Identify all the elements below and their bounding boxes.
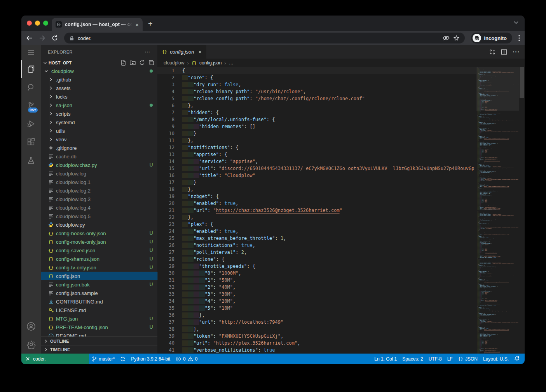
timeline-section[interactable]: TIMELINE [41, 345, 157, 354]
keyboard-layout[interactable]: Layout: U.S. [480, 354, 511, 364]
outline-section[interactable]: OUTLINE [41, 336, 157, 345]
language-mode[interactable]: {} JSON [455, 354, 480, 364]
tree-item[interactable]: CONTRIBUTING.md [41, 297, 157, 306]
tree-item[interactable]: {}config-tv-only.jsonU [41, 263, 157, 272]
tree-item[interactable]: cloudplow.log.1 [41, 178, 157, 186]
reload-button[interactable] [52, 35, 58, 41]
indentation-setting[interactable]: Spaces: 2 [399, 354, 426, 364]
close-window-button[interactable] [27, 21, 32, 26]
browser-menu-icon[interactable] [518, 35, 520, 41]
breadcrumbs[interactable]: cloudplow › {} config.json › … [157, 59, 525, 67]
tree-item[interactable]: cloudplow.log.4 [41, 203, 157, 212]
tree-item[interactable]: {}config-movie-only.jsonU [41, 238, 157, 246]
problems-status[interactable]: 0 0 [173, 354, 200, 364]
editor-tab-config-json[interactable]: {} config.json × [157, 45, 206, 59]
sidebar-more-actions-icon[interactable]: ··· [145, 50, 150, 54]
zoom-window-button[interactable] [43, 21, 48, 26]
minimize-window-button[interactable] [35, 21, 40, 26]
tab-search-chevron-icon[interactable] [514, 21, 518, 24]
tree-item[interactable]: {}MTG.jsonU [41, 314, 157, 323]
collapse-all-icon[interactable] [148, 60, 154, 66]
eye-blocked-icon[interactable] [443, 35, 450, 41]
tree-item[interactable]: sa-json [41, 101, 157, 109]
tree-item[interactable]: scripts [41, 109, 157, 118]
tree-item[interactable]: {}config-shamus.jsonU [41, 255, 157, 263]
back-button[interactable] [26, 35, 33, 41]
tree-item[interactable]: cloudplow.chaz.pyU [41, 161, 157, 169]
code-line: 39 "token": "PXNNXUEfYSCkUspGiiXj", [157, 333, 476, 340]
search-icon[interactable] [21, 78, 41, 96]
browser-tab[interactable]: config.json — host_opt — code × [52, 18, 143, 31]
bookmark-star-icon[interactable] [454, 35, 459, 41]
split-editor-icon[interactable] [501, 49, 507, 55]
tree-item[interactable]: assets [41, 84, 157, 92]
account-icon[interactable] [21, 317, 41, 335]
git-branch-status[interactable]: master* [89, 354, 117, 364]
notifications-bell-icon[interactable] [511, 354, 522, 364]
minimap[interactable]: { "core": { "dry_run": false, "rclone_bi… [476, 67, 519, 354]
new-file-icon[interactable] [120, 60, 126, 66]
git-changes-dot-badge [149, 68, 154, 74]
code-editor[interactable]: 1{2 "core": {3 "dry_run": false,4 "rclon… [157, 67, 476, 354]
tree-item[interactable]: cloudplow.log.2 [41, 186, 157, 195]
tree-item[interactable]: {}config-books-only.jsonU [41, 229, 157, 238]
explorer-view-icon[interactable] [21, 60, 41, 78]
close-icon[interactable]: × [198, 49, 201, 55]
tree-item[interactable]: .github [41, 75, 157, 84]
tree-item[interactable]: systemd [41, 118, 157, 127]
tree-item[interactable]: {}config-saved.jsonU [41, 246, 157, 255]
settings-gear-icon[interactable] [21, 335, 41, 354]
line-number: 33 [157, 291, 174, 298]
testing-flask-icon[interactable] [21, 151, 41, 169]
breadcrumb-folder[interactable]: cloudplow [164, 60, 184, 66]
tree-item[interactable]: utils [41, 127, 157, 135]
run-debug-icon[interactable] [21, 114, 41, 133]
tree-item[interactable]: venv [41, 135, 157, 144]
new-folder-icon[interactable] [130, 60, 136, 66]
source-control-icon[interactable]: 9K+ [21, 96, 41, 114]
forward-button[interactable] [39, 35, 45, 41]
cursor-position[interactable]: Ln 1, Col 1 [372, 354, 399, 364]
refresh-icon[interactable] [139, 60, 145, 66]
breadcrumb-file[interactable]: config.json [199, 60, 222, 66]
open-changes-icon[interactable] [489, 49, 495, 55]
tree-item[interactable]: config.json.bakU [41, 280, 157, 289]
python-interpreter[interactable]: Python 3.9.2 64-bit [128, 354, 173, 364]
minimap-viewport[interactable] [476, 67, 519, 111]
tree-item[interactable]: .gitignore [41, 144, 157, 152]
encoding-setting[interactable]: UTF-8 [426, 354, 445, 364]
address-bar[interactable]: coder. [64, 33, 465, 43]
scrollbar-thumb[interactable] [520, 67, 524, 98]
tree-item[interactable]: cloudplow.log.3 [41, 195, 157, 203]
code-line: 17 } [157, 179, 476, 186]
extensions-icon[interactable] [21, 133, 41, 151]
sync-button[interactable] [117, 354, 128, 364]
url-text[interactable]: coder. [78, 35, 91, 41]
chevron-right-icon [48, 128, 54, 134]
tree-item[interactable]: cloudplow.log.5 [41, 212, 157, 220]
tab-close-icon[interactable]: × [135, 22, 139, 28]
new-tab-button[interactable]: + [148, 19, 153, 28]
tree-item[interactable]: LICENSE.md [41, 306, 157, 314]
tree-item[interactable]: cloudplow.log [41, 169, 157, 178]
tree-item[interactable]: locks [41, 92, 157, 101]
tree-item[interactable]: cache.db [41, 152, 157, 161]
window-controls[interactable] [27, 21, 48, 26]
more-actions-icon[interactable]: ··· [513, 49, 520, 56]
json-file-icon: {} [48, 325, 54, 330]
eol-setting[interactable]: LF [445, 354, 455, 364]
breadcrumb-symbol[interactable]: … [229, 60, 234, 66]
tree-item[interactable]: cloudplow.py [41, 220, 157, 229]
remote-indicator[interactable]: coder. [21, 354, 89, 364]
tree-item[interactable]: {}config.json [41, 272, 157, 280]
code-line: 4 "rclone_binary_path": "/usr/bin/rclone… [157, 88, 476, 95]
editor-scrollbar[interactable] [519, 67, 525, 354]
braces-icon: {} [458, 356, 463, 361]
line-number: 4 [157, 88, 174, 95]
tree-item[interactable]: config.json.sample [41, 289, 157, 297]
workspace-section-header[interactable]: HOST_OPT [41, 59, 157, 67]
tree-item[interactable]: cloudplow [41, 67, 157, 75]
tree-item[interactable]: README.md [41, 331, 157, 336]
tree-item[interactable]: {}PRE-TEAM-config.jsonU [41, 323, 157, 331]
menu-hamburger-icon[interactable] [21, 45, 41, 60]
